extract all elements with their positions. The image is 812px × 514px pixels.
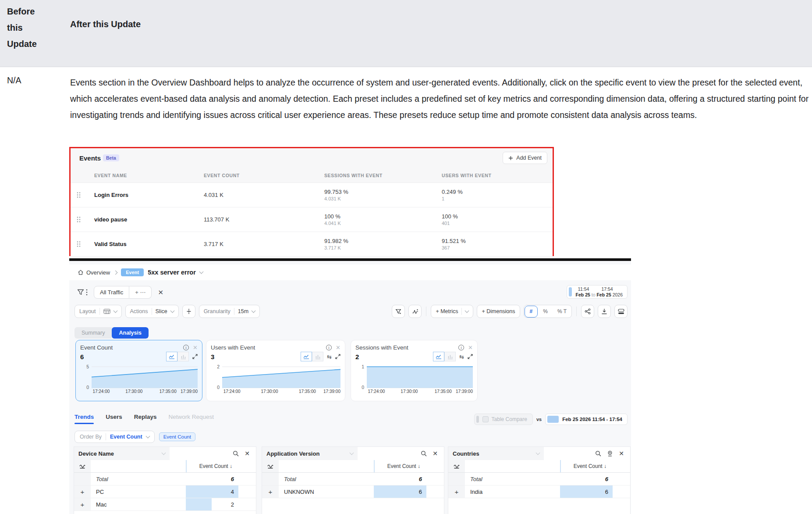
segment-all-traffic[interactable]: All Traffic xyxy=(94,286,129,299)
add-event-button[interactable]: Add Event xyxy=(503,152,547,164)
card-sessions-with-event[interactable]: Sessions with Event i ✕ 2 ⇆ xyxy=(351,340,478,401)
filter-funnel-icon[interactable] xyxy=(77,289,84,296)
card-users-with-event[interactable]: Users with Event i ✕ 3 ⇆ xyxy=(206,340,345,401)
expand-row-icon[interactable]: + xyxy=(74,498,91,510)
compare-checkbox[interactable] xyxy=(482,416,489,422)
format-percent-total[interactable]: % T xyxy=(553,305,571,318)
close-icon[interactable]: ✕ xyxy=(336,345,340,350)
event-name[interactable]: video pause xyxy=(94,216,204,223)
metric-chip-event-count[interactable]: Event Count xyxy=(159,432,195,441)
format-numeric[interactable]: # xyxy=(525,306,538,318)
list-item[interactable]: + Mac 2 xyxy=(74,498,256,511)
map-pin-icon[interactable] xyxy=(607,450,613,457)
line-chart-toggle-icon[interactable] xyxy=(433,352,444,361)
trend-toggle-icon[interactable] xyxy=(448,460,465,472)
dimension-select[interactable]: Countries xyxy=(448,447,544,460)
expand-icon[interactable] xyxy=(192,354,198,359)
date-range-picker[interactable]: 11:54 17:54 Feb 25 to Feb 25 2026 xyxy=(567,285,628,299)
line-chart-toggle-icon[interactable] xyxy=(301,352,312,361)
value-column-header[interactable]: Event Count ↓ xyxy=(560,460,613,472)
list-item[interactable]: + PC 4 xyxy=(74,485,256,498)
page: Before this Update After this Update N/A… xyxy=(0,0,812,514)
event-name[interactable]: Login Errors xyxy=(94,192,204,198)
expand-row-icon[interactable]: + xyxy=(74,485,91,498)
share-button[interactable] xyxy=(581,305,594,318)
add-section-button[interactable] xyxy=(182,305,195,318)
table-row[interactable]: video pause 113.707 K 100 %4.041 K 100 %… xyxy=(71,207,553,232)
anomaly-chart-button[interactable] xyxy=(408,305,422,318)
table-row[interactable]: Login Errors 4.031 K 99.753 %4.031 K 0.2… xyxy=(71,183,553,207)
breadcrumb-overview[interactable]: Overview xyxy=(78,269,110,276)
expand-icon[interactable] xyxy=(468,354,473,359)
value-bar xyxy=(186,498,212,510)
tab-trends[interactable]: Trends xyxy=(74,414,94,424)
breadcrumb: Overview Event 5xx server error xyxy=(69,264,631,280)
granularity-button[interactable]: Granularity 15m xyxy=(199,305,260,318)
swap-compare-icon[interactable]: ⇆ xyxy=(327,353,332,360)
bar-chart-toggle-icon[interactable] xyxy=(177,352,189,361)
add-dimensions-button[interactable]: + Dimensions xyxy=(477,305,520,318)
info-icon[interactable]: i xyxy=(458,345,464,350)
close-icon[interactable]: ✕ xyxy=(433,450,438,457)
filter-more-dots-icon[interactable] xyxy=(86,289,88,296)
expand-row-icon[interactable]: + xyxy=(262,485,279,498)
to-label: to xyxy=(592,292,596,297)
y-tick-max: 2 xyxy=(217,364,220,369)
close-icon[interactable]: ✕ xyxy=(619,450,624,457)
table-row[interactable]: Valid Status 3.717 K 91.982 %3.717 K 91.… xyxy=(71,232,553,257)
expand-icon[interactable] xyxy=(335,354,340,359)
start-date: Feb 25 xyxy=(576,292,590,297)
list-item[interactable]: + UNKNOWN 6 xyxy=(262,485,444,498)
search-icon[interactable] xyxy=(595,450,601,457)
current-event-name[interactable]: 5xx server error xyxy=(148,269,196,276)
events-panel-title: Events xyxy=(79,154,101,162)
event-name[interactable]: Valid Status xyxy=(94,241,204,247)
tab-users[interactable]: Users xyxy=(106,414,122,424)
line-chart-toggle-icon[interactable] xyxy=(166,352,177,361)
list-item[interactable]: + India 6 xyxy=(448,485,630,498)
info-icon[interactable]: i xyxy=(183,345,189,350)
drag-handle-icon[interactable] xyxy=(77,216,94,223)
drag-handle-icon[interactable] xyxy=(77,192,94,198)
trend-toggle-icon[interactable] xyxy=(74,460,91,472)
compare-date-range[interactable]: Feb 25 2026 11:54 - 17:54 xyxy=(545,414,628,425)
dimension-select[interactable]: Device Name xyxy=(74,447,170,460)
tab-replays[interactable]: Replays xyxy=(134,414,157,424)
chevron-down-icon xyxy=(536,451,540,455)
close-icon[interactable]: ✕ xyxy=(468,345,473,350)
users-pct: 91.521 % xyxy=(442,238,546,245)
add-metrics-button[interactable]: + Metrics xyxy=(431,305,473,318)
expand-row-icon[interactable]: + xyxy=(448,485,465,498)
card-view-button[interactable] xyxy=(614,305,628,318)
info-icon[interactable]: i xyxy=(326,345,332,350)
sessions-sub: 4.031 K xyxy=(324,196,442,202)
bar-chart-toggle-icon[interactable] xyxy=(312,352,323,361)
order-by-select[interactable]: Order By Event Count xyxy=(74,431,155,443)
tab-network-request[interactable]: Network Request xyxy=(169,414,214,424)
table-compare-toggle[interactable]: Table Compare xyxy=(474,414,533,425)
actions-slice-button[interactable]: Actions Slice xyxy=(125,305,179,318)
share-icon xyxy=(585,308,591,314)
tab-analysis[interactable]: Analysis xyxy=(112,327,148,339)
bar-chart-toggle-icon[interactable] xyxy=(444,352,456,361)
card-event-count[interactable]: Event Count i ✕ 6 xyxy=(75,340,202,401)
layout-button[interactable]: Layout xyxy=(74,305,122,318)
search-icon[interactable] xyxy=(233,450,239,457)
search-icon[interactable] xyxy=(421,450,427,457)
filter-metrics-button[interactable] xyxy=(392,305,405,318)
value-column-header[interactable]: Event Count ↓ xyxy=(374,460,426,472)
close-icon[interactable]: ✕ xyxy=(193,345,198,350)
value-column-header[interactable]: Event Count ↓ xyxy=(186,460,238,472)
tab-summary[interactable]: Summary xyxy=(74,327,112,339)
area-chart xyxy=(222,363,340,388)
add-filter-button[interactable]: + ⋯ xyxy=(129,286,152,299)
chevron-down-icon[interactable] xyxy=(199,270,203,274)
trend-toggle-icon[interactable] xyxy=(262,460,279,472)
dimension-select[interactable]: Application Version xyxy=(262,447,358,460)
close-icon[interactable]: ✕ xyxy=(245,450,250,457)
download-button[interactable] xyxy=(598,305,611,318)
swap-compare-icon[interactable]: ⇆ xyxy=(459,353,464,360)
format-percent[interactable]: % xyxy=(538,305,553,318)
clear-filter-icon[interactable]: ✕ xyxy=(158,289,163,296)
drag-handle-icon[interactable] xyxy=(77,241,94,247)
